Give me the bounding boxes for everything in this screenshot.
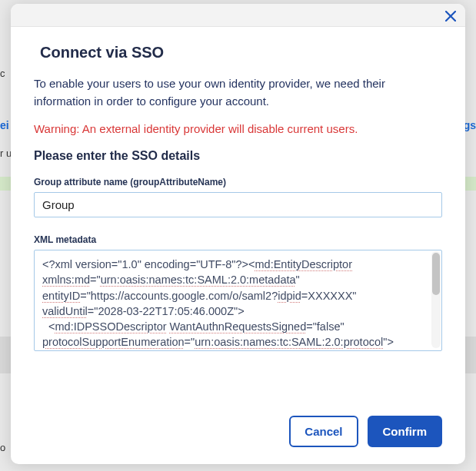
sso-modal: Connect via SSO To enable your users to … xyxy=(11,4,465,464)
modal-header xyxy=(11,4,465,27)
bg-text-fragment: gs xyxy=(464,119,476,131)
close-icon xyxy=(445,11,456,22)
scrollbar-thumb[interactable] xyxy=(432,253,440,295)
bg-text-fragment: ei xyxy=(0,119,9,131)
confirm-button[interactable]: Confirm xyxy=(368,416,443,447)
xml-textarea-wrapper: <?xml version="1.0" encoding="UTF-8"?><m… xyxy=(34,250,442,351)
warning-text: Warning: An external identity provider w… xyxy=(34,121,442,137)
bg-text-fragment: o xyxy=(0,442,5,453)
close-button[interactable] xyxy=(442,8,459,25)
subheading: Please enter the SSO details xyxy=(34,149,442,163)
modal-title: Connect via SSO xyxy=(40,44,442,61)
group-attr-input[interactable] xyxy=(34,192,442,217)
xml-metadata-textarea[interactable]: <?xml version="1.0" encoding="UTF-8"?><m… xyxy=(34,250,442,351)
modal-footer: Cancel Confirm xyxy=(11,405,465,464)
bg-text-fragment: r u xyxy=(0,148,12,159)
cancel-button[interactable]: Cancel xyxy=(289,416,358,447)
bg-text-fragment: c xyxy=(0,68,5,79)
modal-body: Connect via SSO To enable your users to … xyxy=(11,27,465,405)
xml-metadata-label: XML metadata xyxy=(34,234,442,245)
intro-text: To enable your users to use your own ide… xyxy=(34,75,442,110)
group-attr-label: Group attribute name (groupAttributeName… xyxy=(34,177,442,187)
